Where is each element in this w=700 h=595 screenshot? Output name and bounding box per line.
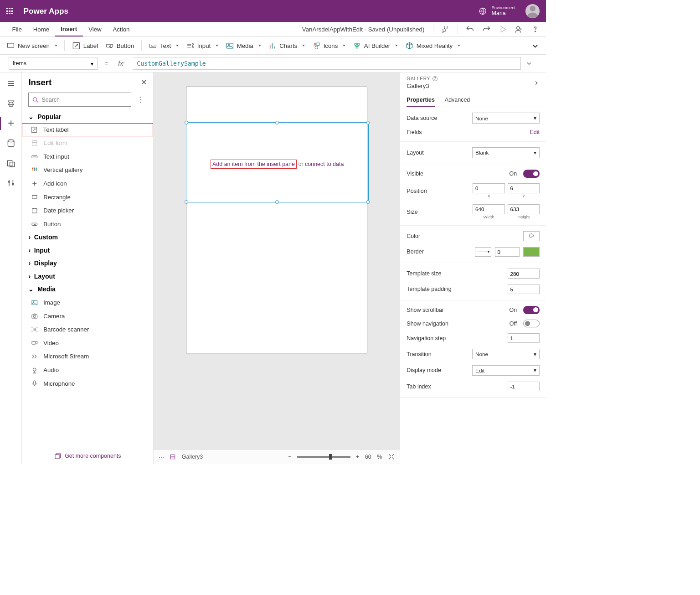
resize-handle[interactable] — [275, 121, 279, 124]
insert-item-button[interactable]: Button — [22, 217, 153, 231]
fields-edit-link[interactable]: Edit — [530, 129, 540, 135]
border-width-input[interactable] — [495, 247, 520, 257]
insert-item-text-label[interactable]: Text label — [22, 123, 153, 136]
insert-item-date-picker[interactable]: Date picker — [22, 204, 153, 217]
menu-file[interactable]: File — [6, 22, 27, 36]
help-icon[interactable] — [531, 25, 540, 34]
visible-toggle[interactable] — [523, 170, 540, 177]
new-screen-button[interactable]: New screen — [6, 41, 57, 50]
app-launcher-icon[interactable] — [6, 8, 13, 14]
fit-screen-icon[interactable] — [388, 453, 395, 460]
tab-advanced[interactable]: Advanced — [445, 93, 470, 106]
rail-tools-icon[interactable] — [6, 178, 15, 187]
height-input[interactable] — [508, 204, 540, 214]
transition-select[interactable]: None▾ — [472, 349, 540, 359]
mixed-reality-dropdown[interactable]: Mixed Reality — [405, 41, 460, 50]
ai-builder-dropdown[interactable]: AI Builder — [353, 41, 398, 50]
get-more-components[interactable]: Get more components — [22, 448, 153, 464]
connect-data-link[interactable]: connect to data — [305, 161, 344, 167]
formula-input[interactable]: CustomGallerySample — [133, 57, 521, 70]
icons-dropdown[interactable]: Icons — [312, 41, 346, 50]
label-button[interactable]: Label — [72, 41, 98, 50]
text-dropdown[interactable]: AbcText — [149, 41, 179, 50]
insert-group-layout[interactable]: ›Layout — [22, 270, 153, 283]
resize-handle[interactable] — [366, 121, 370, 124]
collapse-pane-icon[interactable] — [533, 80, 540, 86]
share-icon[interactable] — [515, 25, 523, 34]
input-dropdown[interactable]: Input — [186, 41, 218, 50]
app-checker-icon[interactable] — [441, 25, 450, 34]
template-padding-input[interactable] — [508, 285, 540, 295]
template-size-input[interactable] — [508, 269, 540, 279]
width-input[interactable] — [473, 204, 504, 214]
charts-dropdown[interactable]: Charts — [268, 41, 305, 50]
more-options-icon[interactable]: ⋮ — [135, 95, 147, 104]
insert-group-custom[interactable]: ›Custom — [22, 231, 153, 243]
scrollbar-toggle[interactable] — [523, 306, 540, 314]
zoom-out-icon[interactable]: − — [288, 454, 291, 460]
insert-group-popular[interactable]: ⌄Popular — [22, 110, 153, 123]
rail-insert-icon[interactable] — [6, 119, 15, 128]
insert-group-media[interactable]: ⌄Media — [22, 283, 153, 295]
add-item-link[interactable]: Add an item from the insert pane — [211, 160, 297, 168]
redo-icon[interactable] — [482, 25, 491, 34]
resize-handle[interactable] — [275, 200, 279, 204]
resize-handle[interactable] — [366, 200, 370, 204]
insert-item-camera[interactable]: Camera — [22, 309, 153, 323]
info-icon[interactable]: ? — [432, 76, 438, 81]
user-avatar[interactable] — [525, 4, 540, 18]
color-swatch[interactable] — [523, 231, 540, 241]
tab-properties[interactable]: Properties — [407, 93, 435, 106]
menu-view[interactable]: View — [83, 22, 107, 36]
menu-action[interactable]: Action — [107, 22, 135, 36]
canvas-stage[interactable]: Add an item from the insert pane or conn… — [154, 72, 400, 449]
screen-preview[interactable]: Add an item from the insert pane or conn… — [186, 87, 367, 353]
layout-select[interactable]: Blank▾ — [472, 147, 540, 158]
insert-item-text-input[interactable]: abcText input — [22, 150, 153, 164]
rail-tree-icon[interactable] — [6, 99, 15, 108]
rail-media-icon[interactable] — [6, 159, 15, 168]
position-x-input[interactable] — [473, 183, 504, 193]
zoom-in-icon[interactable]: + — [356, 454, 359, 460]
menu-insert[interactable]: Insert — [55, 22, 83, 36]
tab-index-input[interactable] — [508, 382, 540, 392]
close-pane-icon[interactable]: ✕ — [141, 78, 147, 87]
resize-handle[interactable] — [185, 121, 188, 124]
resize-handle[interactable] — [185, 200, 188, 204]
ribbon-expand-icon[interactable] — [531, 41, 540, 50]
button-button[interactable]: Button — [105, 41, 134, 50]
data-source-select[interactable]: None▾ — [472, 113, 540, 123]
insert-item-microsoft-stream[interactable]: Microsoft Stream — [22, 350, 153, 363]
footer-more-icon[interactable]: ⋯ — [159, 454, 164, 460]
insert-item-vertical-gallery[interactable]: Vertical gallery — [22, 163, 153, 177]
border-color-swatch[interactable] — [523, 247, 540, 257]
search-input[interactable] — [41, 97, 127, 103]
border-style-select[interactable]: ▾ — [475, 247, 491, 257]
insert-group-display[interactable]: ›Display — [22, 257, 153, 269]
insert-item-microphone[interactable]: Microphone — [22, 377, 153, 390]
nav-step-input[interactable] — [508, 333, 540, 343]
zoom-slider[interactable] — [297, 456, 350, 457]
display-mode-select[interactable]: Edit▾ — [472, 365, 540, 376]
shownav-toggle[interactable] — [523, 320, 540, 327]
environment-picker[interactable]: Environment Maria — [479, 5, 515, 16]
rail-data-icon[interactable] — [6, 139, 15, 148]
insert-item-audio[interactable]: Audio — [22, 363, 153, 377]
insert-item-rectangle[interactable]: Rectangle — [22, 190, 153, 204]
undo-icon[interactable] — [466, 25, 474, 34]
menu-home[interactable]: Home — [27, 22, 55, 36]
expand-formula-icon[interactable] — [525, 60, 538, 67]
rail-hamburger-icon[interactable] — [6, 79, 15, 88]
property-selector[interactable]: Items▾ — [9, 57, 98, 70]
insert-item-barcode-scanner[interactable]: Barcode scanner — [22, 323, 153, 336]
search-box[interactable] — [28, 93, 131, 107]
insert-item-video[interactable]: Video — [22, 336, 153, 350]
media-dropdown[interactable]: Media — [226, 41, 261, 50]
insert-item-add-icon[interactable]: Add icon — [22, 177, 153, 191]
position-y-input[interactable] — [508, 183, 540, 193]
gallery-selection[interactable]: Add an item from the insert pane or conn… — [186, 122, 369, 202]
insert-group-input[interactable]: ›Input — [22, 244, 153, 257]
selected-element-name[interactable]: Gallery3 — [182, 454, 203, 460]
play-icon[interactable] — [499, 25, 507, 34]
insert-item-image[interactable]: Image — [22, 296, 153, 310]
